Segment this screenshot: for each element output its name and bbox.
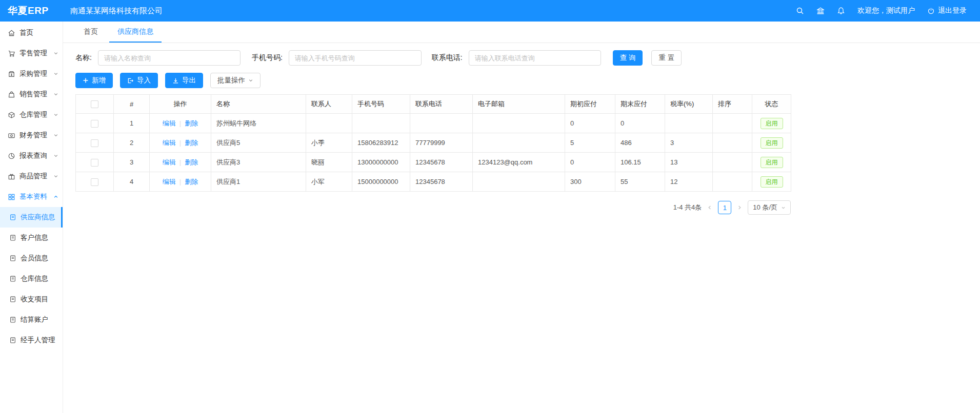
page-number-button[interactable]: 1: [718, 201, 731, 214]
sidebar-item-sales[interactable]: 销售管理: [0, 84, 63, 105]
sidebar-subitem-label: 供应商信息: [21, 213, 55, 222]
chevron-down-icon: [53, 174, 58, 179]
bell-icon[interactable]: [837, 7, 845, 15]
row-checkbox-cell: [76, 153, 114, 172]
delete-link[interactable]: 删除: [185, 139, 198, 147]
basic-icon: [8, 193, 15, 201]
sidebar-item-report[interactable]: 报表查询: [0, 146, 63, 166]
edit-link[interactable]: 编辑: [163, 119, 176, 127]
purchase-icon: [8, 70, 15, 78]
sidebar-subitem-warehouse-info[interactable]: 仓库信息: [0, 269, 63, 289]
row-status-cell: 启用: [752, 172, 791, 192]
row-contact-cell: 晓丽: [306, 153, 352, 172]
app-header: 华夏ERP 南通某某网络科技有限公司 欢迎您，测试用户 退出登录: [0, 0, 980, 22]
status-badge[interactable]: 启用: [761, 137, 783, 149]
column-header: #: [114, 95, 150, 114]
row-actions-cell: 编辑|删除: [150, 114, 211, 133]
delete-link[interactable]: 删除: [185, 119, 198, 127]
sidebar-menu: 首页零售管理采购管理销售管理仓库管理财务管理报表查询商品管理基本资料供应商信息客…: [0, 23, 63, 350]
edit-link[interactable]: 编辑: [163, 139, 176, 147]
column-header: 联系电话: [410, 95, 473, 114]
edit-link[interactable]: 编辑: [163, 178, 176, 185]
row-status-cell: 启用: [752, 153, 791, 172]
page-size-select[interactable]: 10 条/页: [748, 200, 791, 215]
sidebar-item-label: 基本资料: [19, 192, 47, 201]
import-button[interactable]: 导入: [120, 73, 158, 88]
sidebar-subitem-handler[interactable]: 经手人管理: [0, 330, 63, 350]
chevron-down-icon: [53, 92, 58, 97]
row-contact-cell: 小季: [306, 133, 352, 153]
search-icon[interactable]: [796, 7, 804, 15]
sidebar-item-retail[interactable]: 零售管理: [0, 43, 63, 64]
report-icon: [8, 152, 15, 160]
sidebar-subitem-label: 结算账户: [21, 315, 48, 324]
row-tel-cell: 77779999: [410, 133, 473, 153]
app-logo[interactable]: 华夏ERP: [0, 4, 63, 17]
row-index-cell: 2: [114, 133, 150, 153]
phone-filter-input[interactable]: [289, 50, 422, 66]
sidebar-subitem-label: 收支项目: [21, 295, 48, 304]
sidebar-item-warehouse[interactable]: 仓库管理: [0, 105, 63, 125]
row-checkbox[interactable]: [91, 178, 98, 186]
column-header: 名称: [211, 95, 306, 114]
warehouse-icon: [8, 111, 15, 119]
sidebar-subitem-income-expense[interactable]: 收支项目: [0, 289, 63, 309]
row-phone-cell: 13000000000: [352, 153, 410, 172]
row-phone-cell: [352, 114, 410, 133]
edit-link[interactable]: 编辑: [163, 158, 176, 166]
sidebar-subitem-label: 仓库信息: [21, 274, 48, 283]
sidebar-item-goods[interactable]: 商品管理: [0, 166, 63, 187]
status-badge[interactable]: 启用: [761, 118, 783, 129]
delete-link[interactable]: 删除: [185, 178, 198, 185]
add-button-label: 新增: [92, 76, 106, 85]
home-icon: [8, 29, 15, 37]
row-end-cell: 486: [615, 133, 665, 153]
name-filter-input[interactable]: [98, 50, 241, 66]
row-email-cell: [473, 114, 565, 133]
table-row: 2编辑|删除供应商5小季158062839127777999954863启用: [76, 133, 791, 153]
tab-home[interactable]: 首页: [75, 22, 106, 43]
sidebar-subitem-customer[interactable]: 客户信息: [0, 228, 63, 248]
sidebar-item-purchase[interactable]: 采购管理: [0, 64, 63, 84]
status-badge[interactable]: 启用: [761, 157, 783, 168]
sidebar-subitem-settlement-account[interactable]: 结算账户: [0, 309, 63, 330]
row-begin-cell: 300: [565, 172, 615, 192]
platform-icon[interactable]: [816, 7, 825, 15]
sidebar-item-finance[interactable]: 财务管理: [0, 125, 63, 146]
sidebar-subitem-member[interactable]: 会员信息: [0, 248, 63, 269]
row-phone-cell: 15806283912: [352, 133, 410, 153]
action-divider: |: [179, 139, 181, 147]
status-badge[interactable]: 启用: [761, 176, 783, 188]
company-name: 南通某某网络科技有限公司: [70, 6, 163, 16]
delete-link[interactable]: 删除: [185, 158, 198, 166]
sales-icon: [8, 91, 15, 98]
table-row: 3编辑|删除供应商3晓丽13000000000123456781234123@q…: [76, 153, 791, 172]
next-page-button[interactable]: [736, 205, 743, 210]
row-checkbox[interactable]: [91, 139, 98, 147]
sidebar-item-home[interactable]: 首页: [0, 23, 63, 43]
column-header: 期末应付: [615, 95, 665, 114]
column-header: 手机号码: [352, 95, 410, 114]
row-tax-cell: [665, 114, 713, 133]
reset-button[interactable]: 重 置: [651, 50, 682, 66]
search-button[interactable]: 查 询: [613, 50, 643, 66]
batch-actions-button[interactable]: 批量操作: [210, 73, 261, 88]
chevron-down-icon: [248, 78, 253, 83]
sidebar-item-basic[interactable]: 基本资料: [0, 187, 63, 207]
row-checkbox[interactable]: [91, 159, 98, 167]
add-button[interactable]: 新增: [75, 73, 113, 88]
phone-filter-label: 手机号码:: [252, 53, 283, 63]
tab-supplier-info[interactable]: 供应商信息: [109, 22, 162, 43]
prev-page-button[interactable]: [706, 205, 713, 210]
pagination-total: 1-4 共4条: [673, 203, 702, 212]
row-checkbox[interactable]: [91, 120, 98, 128]
sidebar-subitem-supplier[interactable]: 供应商信息: [0, 207, 63, 228]
document-icon: [9, 255, 16, 262]
row-email-cell: 1234123@qq.com: [473, 153, 565, 172]
export-button[interactable]: 导出: [165, 73, 203, 88]
row-begin-cell: 0: [565, 153, 615, 172]
logout-button[interactable]: 退出登录: [927, 6, 967, 15]
chevron-up-icon: [53, 194, 58, 199]
tel-filter-input[interactable]: [469, 50, 601, 66]
select-all-checkbox[interactable]: [91, 100, 98, 108]
